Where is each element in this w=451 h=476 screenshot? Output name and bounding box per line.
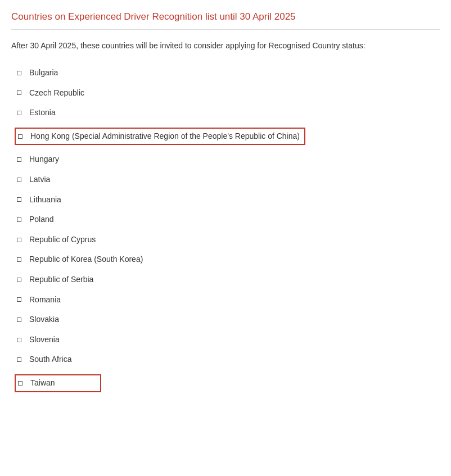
country-list: BulgariaCzech RepublicEstoniaHong Kong (… [17,63,440,397]
country-name: Hungary [29,154,59,165]
list-item: Poland [17,210,440,230]
list-item: South Africa [17,350,440,370]
list-bullet [18,134,22,139]
list-item: Romania [17,290,440,310]
country-name: Slovakia [29,314,59,325]
highlighted-country-item: Taiwan [15,374,101,392]
list-bullet [17,178,21,182]
list-bullet [18,381,22,386]
list-item: Slovenia [17,330,440,350]
list-bullet [17,357,21,362]
country-name: Republic of Cyprus [29,234,96,246]
list-item: Lithuania [17,190,440,210]
intro-text: After 30 April 2025, these countries wil… [11,40,440,52]
list-item: Republic of Korea (South Korea) [17,250,440,270]
list-bullet [17,111,21,115]
country-name: South Africa [29,354,72,365]
list-bullet [17,297,21,302]
list-bullet [17,157,21,162]
country-name: Estonia [29,107,56,119]
country-name: Republic of Serbia [29,274,93,285]
list-item: Slovakia [17,310,440,330]
list-bullet [17,197,21,202]
list-bullet [17,90,21,95]
list-item: Bulgaria [17,63,440,83]
list-item: Republic of Cyprus [17,230,440,250]
list-item: Czech Republic [17,83,440,103]
country-name: Lithuania [29,194,61,206]
list-item: Hungary [17,149,440,170]
country-name: Czech Republic [29,88,84,99]
highlighted-country-item: Hong Kong (Special Administrative Region… [15,128,305,146]
page-container: Countries on Experienced Driver Recognit… [0,0,451,408]
country-name: Taiwan [30,378,55,389]
list-bullet [17,238,21,242]
country-name: Romania [29,294,61,306]
list-bullet [17,71,21,75]
list-item: Taiwan [17,370,440,397]
list-bullet [17,278,21,282]
list-bullet [17,217,21,222]
country-name: Republic of Korea (South Korea) [29,254,143,265]
country-name: Latvia [29,174,50,185]
list-bullet [17,338,21,342]
list-item: Republic of Serbia [17,270,440,290]
page-title: Countries on Experienced Driver Recognit… [11,11,440,30]
country-name: Bulgaria [29,67,58,79]
list-item: Latvia [17,170,440,190]
list-bullet [17,318,21,322]
list-item: Hong Kong (Special Administrative Region… [17,123,440,150]
country-name: Hong Kong (Special Administrative Region… [30,131,300,142]
list-bullet [17,257,21,262]
country-name: Poland [29,214,54,225]
list-item: Estonia [17,103,440,123]
country-name: Slovenia [29,334,60,346]
